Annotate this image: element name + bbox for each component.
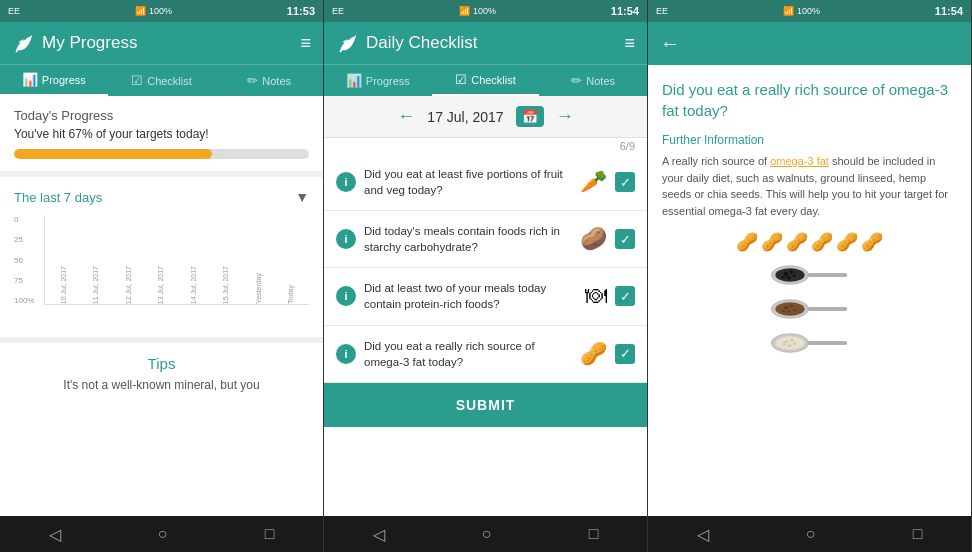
next-date-btn[interactable]: → [556, 106, 574, 127]
time-2: 11:54 [611, 5, 639, 17]
today-progress-section: Today's Progress You've hit 67% of your … [0, 96, 323, 177]
bar-label: Yesterday [255, 273, 262, 304]
tab-progress-label-1: Progress [42, 74, 86, 86]
bar-label: 11 Jul, 2017 [92, 266, 99, 304]
leaf-icon-1 [12, 32, 34, 54]
submit-button[interactable]: SUBMIT [324, 383, 647, 427]
header-title-1: My Progress [42, 33, 137, 53]
square-nav-1[interactable]: □ [265, 525, 275, 543]
header-left-2: Daily Checklist [336, 32, 477, 54]
svg-point-14 [793, 309, 796, 311]
checklist-item-1: i Did today's meals contain foods rich i… [324, 211, 647, 268]
battery-1: 100% [149, 6, 172, 16]
prev-date-btn[interactable]: ← [397, 106, 415, 127]
tab-notes-1[interactable]: ✏ Notes [215, 65, 323, 96]
checkbox-0[interactable]: ✓ [615, 172, 635, 192]
tab-checklist-1[interactable]: ☑ Checklist [108, 65, 216, 96]
food-emoji-3: 🥜 [580, 341, 607, 367]
chart-dropdown-icon[interactable]: ▼ [295, 189, 309, 205]
nut-cluster: 🥜 🥜 🥜 🥜 🥜 🥜 [662, 231, 957, 253]
info-circle-3[interactable]: i [336, 344, 356, 364]
checkbox-2[interactable]: ✓ [615, 286, 635, 306]
info-content: Did you eat a really rich source of omeg… [648, 65, 971, 516]
spoons-container [662, 261, 957, 357]
status-bar-1: EE 📶 100% 11:53 [0, 0, 323, 22]
spoon-light-seeds [770, 329, 850, 357]
tips-title: Tips [14, 355, 309, 372]
status-icons-2: 📶 100% [459, 6, 496, 16]
svg-point-20 [790, 339, 793, 341]
progress-icon-1: 📊 [22, 72, 38, 87]
wifi-icon-2: 📶 [459, 6, 470, 16]
bar-group: Yesterday [244, 269, 273, 304]
square-nav-3[interactable]: □ [913, 525, 923, 543]
info-circle-2[interactable]: i [336, 286, 356, 306]
spoon-row-3 [770, 329, 850, 357]
panel-my-progress: EE 📶 100% 11:53 My Progress ≡ 📊 Progress… [0, 0, 324, 552]
tab-progress-2[interactable]: 📊 Progress [324, 65, 432, 96]
home-nav-2[interactable]: ○ [482, 525, 492, 543]
checklist-text-2: Did at least two of your meals today con… [364, 280, 577, 312]
battery-3: 100% [797, 6, 820, 16]
svg-point-11 [784, 306, 788, 309]
square-nav-2[interactable]: □ [589, 525, 599, 543]
back-nav-3[interactable]: ◁ [697, 525, 709, 544]
svg-point-4 [789, 270, 792, 273]
info-question: Did you eat a really rich source of omeg… [662, 79, 957, 121]
checkbox-3[interactable]: ✓ [615, 344, 635, 364]
back-nav-2[interactable]: ◁ [373, 525, 385, 544]
bar-label: Today [287, 285, 294, 304]
status-bar-2: EE 📶 100% 11:54 [324, 0, 647, 22]
date-text: 17 Jul, 2017 [427, 109, 503, 125]
back-button[interactable]: ← [660, 32, 680, 55]
progress-bar-bg [14, 149, 309, 159]
tab-progress-1[interactable]: 📊 Progress [0, 65, 108, 96]
bar-group: 13 Jul, 2017 [147, 262, 176, 304]
checkbox-1[interactable]: ✓ [615, 229, 635, 249]
checklist-item-0: i Did you eat at least five portions of … [324, 154, 647, 211]
checklist-icon-1: ☑ [131, 73, 143, 88]
progress-text: You've hit 67% of your targets today! [14, 127, 309, 141]
checklist-item-3: i Did you eat a really rich source of om… [324, 326, 647, 383]
bar-chart: 100% 75 50 25 0 10 Jul, 201711 Jul, 2017… [14, 215, 309, 325]
bars-area: 10 Jul, 201711 Jul, 201712 Jul, 201713 J… [44, 215, 309, 305]
tips-section: Tips It's not a well-known mineral, but … [0, 343, 323, 404]
bar-group: 12 Jul, 2017 [114, 262, 143, 304]
info-circle-0[interactable]: i [336, 172, 356, 192]
bar-label: 12 Jul, 2017 [125, 266, 132, 304]
svg-point-13 [787, 311, 790, 313]
panel-info-detail: EE 📶 100% 11:54 ← Did you eat a really r… [648, 0, 972, 552]
svg-rect-2 [807, 273, 847, 277]
checklist-text-0: Did you eat at least five portions of fr… [364, 166, 572, 198]
home-nav-3[interactable]: ○ [806, 525, 816, 543]
svg-point-6 [792, 274, 795, 277]
menu-icon-2[interactable]: ≡ [624, 33, 635, 54]
info-sub-heading: Further Information [662, 133, 957, 147]
menu-icon-1[interactable]: ≡ [300, 33, 311, 54]
tab-notes-label-1: Notes [262, 75, 291, 87]
bar-group: 11 Jul, 2017 [82, 262, 111, 304]
home-nav-1[interactable]: ○ [158, 525, 168, 543]
svg-point-21 [787, 345, 790, 347]
omega-link[interactable]: omega-3 fat [770, 155, 829, 167]
tab-notes-2[interactable]: ✏ Notes [539, 65, 647, 96]
bar-label: 13 Jul, 2017 [157, 266, 164, 304]
tab-bar-2: 📊 Progress ☑ Checklist ✏ Notes [324, 64, 647, 96]
content-2: ← 17 Jul, 2017 📅 → 6/9 i Did you eat at … [324, 96, 647, 516]
tab-checklist-2[interactable]: ☑ Checklist [432, 65, 540, 96]
svg-point-22 [793, 343, 796, 345]
svg-point-7 [782, 276, 785, 279]
back-nav-1[interactable]: ◁ [49, 525, 61, 544]
carrier-1: EE [8, 6, 20, 16]
bottom-nav-1: ◁ ○ □ [0, 516, 323, 552]
calendar-icon[interactable]: 📅 [516, 106, 544, 127]
status-bar-3: EE 📶 100% 11:54 [648, 0, 971, 22]
notes-icon-1: ✏ [247, 73, 258, 88]
food-emoji-2: 🍽 [585, 283, 607, 309]
battery-2: 100% [473, 6, 496, 16]
chart-section: The last 7 days ▼ 100% 75 50 25 0 10 Jul… [0, 177, 323, 343]
progress-count: 6/9 [324, 138, 647, 154]
info-circle-1[interactable]: i [336, 229, 356, 249]
bar-group: 10 Jul, 2017 [49, 262, 78, 304]
carrier-2: EE [332, 6, 344, 16]
